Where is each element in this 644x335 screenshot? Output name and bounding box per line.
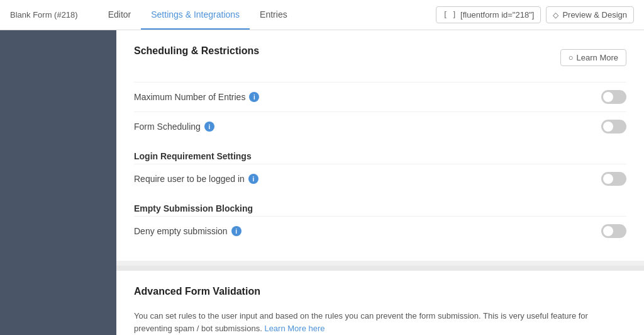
nav-entries[interactable]: Entries: [250, 0, 297, 30]
max-entries-toggle[interactable]: [601, 90, 626, 104]
learn-more-label: Learn More: [577, 53, 618, 62]
deny-empty-label: Deny empty submission i: [134, 226, 601, 236]
deny-empty-slider: [601, 224, 626, 238]
empty-section-title: Empty Submission Blocking: [134, 193, 626, 216]
deny-empty-info-icon[interactable]: i: [231, 226, 242, 236]
deny-empty-text: Deny empty submission: [134, 226, 228, 236]
require-login-label: Require user to be logged in i: [134, 174, 601, 184]
preview-label: Preview & Design: [562, 10, 627, 20]
deny-empty-toggle[interactable]: [601, 224, 626, 238]
main-content: Scheduling & Restrictions ○ Learn More M…: [116, 30, 644, 335]
form-scheduling-text: Form Scheduling: [134, 122, 201, 132]
login-section-title: Login Requirement Settings: [134, 141, 626, 164]
preview-icon: ◇: [553, 11, 558, 20]
learn-more-circle-icon: ○: [569, 53, 574, 62]
right-actions: [ ] [fluentform id="218"] ◇ Preview & De…: [436, 6, 634, 23]
form-scheduling-label: Form Scheduling i: [134, 122, 601, 132]
require-login-info-icon[interactable]: i: [248, 174, 258, 184]
scheduling-learn-more-button[interactable]: ○ Learn More: [560, 49, 626, 66]
nav-editor[interactable]: Editor: [98, 0, 142, 30]
form-scheduling-toggle[interactable]: [601, 120, 626, 133]
scheduling-header: Scheduling & Restrictions ○ Learn More: [134, 45, 626, 69]
require-login-text: Require user to be logged in: [134, 174, 245, 184]
section-divider: [116, 266, 644, 271]
shortcode-button[interactable]: [ ] [fluentform id="218"]: [436, 6, 541, 23]
require-login-toggle[interactable]: [601, 172, 626, 186]
max-entries-slider: [601, 90, 626, 104]
require-login-slider: [601, 172, 626, 186]
scheduling-section: Scheduling & Restrictions ○ Learn More M…: [116, 30, 644, 261]
form-scheduling-row: Form Scheduling i: [134, 111, 626, 141]
deny-empty-row: Deny empty submission i: [134, 216, 626, 246]
require-login-row: Require user to be logged in i: [134, 164, 626, 193]
form-scheduling-slider: [601, 120, 626, 133]
advanced-validation-section: Advanced Form Validation You can set rul…: [116, 271, 644, 335]
top-nav: Blank Form (#218) Editor Settings & Inte…: [0, 0, 644, 30]
sidebar: [0, 30, 116, 335]
learn-more-link[interactable]: Learn More here: [264, 324, 325, 333]
shortcode-label: [fluentform id="218"]: [460, 10, 534, 20]
max-entries-label: Maximum Number of Entries i: [134, 92, 601, 102]
description-text: You can set rules to the user input and …: [134, 311, 588, 333]
advanced-validation-title: Advanced Form Validation: [134, 286, 626, 297]
nav-links: Editor Settings & Integrations Entries: [98, 0, 297, 30]
scheduling-title: Scheduling & Restrictions: [134, 45, 259, 57]
max-entries-info-icon[interactable]: i: [249, 92, 259, 102]
max-entries-row: Maximum Number of Entries i: [134, 82, 626, 111]
max-entries-text: Maximum Number of Entries: [134, 92, 245, 102]
shortcode-icon: [ ]: [443, 11, 457, 20]
form-title: Blank Form (#218): [10, 10, 78, 20]
preview-design-button[interactable]: ◇ Preview & Design: [546, 6, 634, 23]
nav-settings[interactable]: Settings & Integrations: [141, 0, 250, 30]
advanced-validation-description: You can set rules to the user input and …: [134, 310, 626, 334]
form-scheduling-info-icon[interactable]: i: [204, 122, 214, 132]
layout: Scheduling & Restrictions ○ Learn More M…: [0, 30, 644, 335]
